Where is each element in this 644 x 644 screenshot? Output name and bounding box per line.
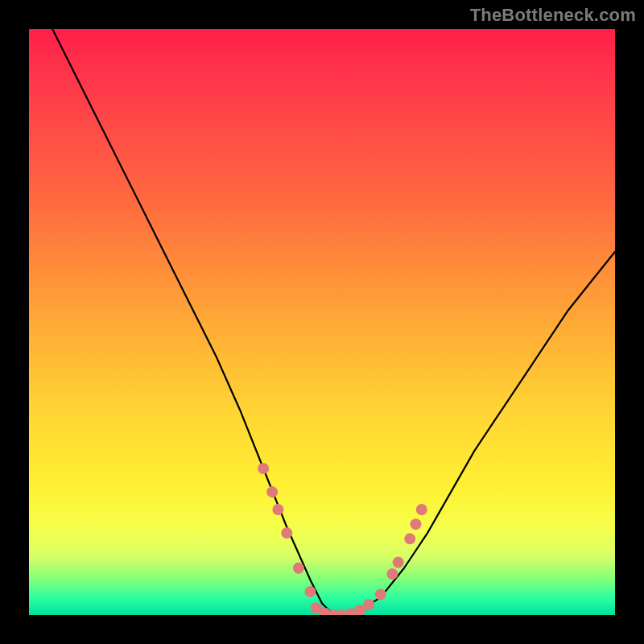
marker-right-cluster [393,556,404,568]
marker-right-cluster [375,589,386,601]
plot-area [29,29,615,615]
marker-left-cluster [293,563,304,574]
marker-right-cluster [410,518,421,530]
watermark-text: TheBottleneck.com [470,5,636,26]
marker-left-cluster [266,486,278,497]
marker-left-cluster [272,504,283,515]
series-bottleneck-curve [29,29,615,615]
bottleneck-chart-svg [29,29,615,615]
marker-left-cluster [258,463,269,474]
marker-left-cluster [281,527,292,539]
marker-valley-cluster [363,599,374,610]
chart-frame: TheBottleneck.com [0,0,644,644]
marker-right-cluster [404,533,415,544]
marker-left-cluster [304,586,316,597]
marker-right-cluster [386,568,398,580]
marker-right-cluster [416,504,427,515]
